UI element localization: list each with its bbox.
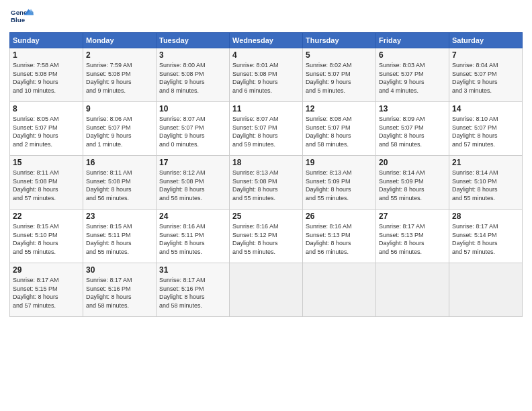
calendar-cell: 4 Sunrise: 8:01 AM Sunset: 5:08 PM Dayli… <box>230 48 303 102</box>
day-header-wednesday: Wednesday <box>230 33 303 48</box>
calendar-cell: 10 Sunrise: 8:07 AM Sunset: 5:07 PM Dayl… <box>157 102 230 156</box>
day-number: 15 <box>13 158 80 167</box>
day-number: 13 <box>379 104 446 113</box>
calendar-cell: 15 Sunrise: 8:11 AM Sunset: 5:08 PM Dayl… <box>10 156 83 210</box>
cell-info: Sunrise: 8:05 AM Sunset: 5:07 PM Dayligh… <box>13 115 80 148</box>
calendar-cell: 27 Sunrise: 8:17 AM Sunset: 5:13 PM Dayl… <box>376 210 449 263</box>
day-number: 17 <box>159 158 226 167</box>
day-number: 29 <box>13 265 80 275</box>
day-number: 16 <box>86 158 153 167</box>
calendar-cell: 22 Sunrise: 8:15 AM Sunset: 5:10 PM Dayl… <box>10 210 83 263</box>
cell-info: Sunrise: 8:06 AM Sunset: 5:07 PM Dayligh… <box>86 115 153 148</box>
week-row-2: 8 Sunrise: 8:05 AM Sunset: 5:07 PM Dayli… <box>10 102 523 156</box>
calendar-cell: 28 Sunrise: 8:17 AM Sunset: 5:14 PM Dayl… <box>449 210 523 263</box>
calendar-cell: 9 Sunrise: 8:06 AM Sunset: 5:07 PM Dayli… <box>83 102 157 156</box>
calendar-cell: 12 Sunrise: 8:08 AM Sunset: 5:07 PM Dayl… <box>303 102 376 156</box>
day-number: 22 <box>13 212 80 221</box>
calendar-cell: 3 Sunrise: 8:00 AM Sunset: 5:08 PM Dayli… <box>157 48 230 102</box>
calendar-cell: 13 Sunrise: 8:09 AM Sunset: 5:07 PM Dayl… <box>376 102 449 156</box>
calendar-cell: 23 Sunrise: 8:15 AM Sunset: 5:11 PM Dayl… <box>83 210 157 263</box>
day-number: 9 <box>86 104 153 113</box>
calendar-cell: 25 Sunrise: 8:16 AM Sunset: 5:12 PM Dayl… <box>230 210 303 263</box>
cell-info: Sunrise: 8:16 AM Sunset: 5:12 PM Dayligh… <box>232 222 300 256</box>
cell-info: Sunrise: 7:59 AM Sunset: 5:08 PM Dayligh… <box>86 61 153 95</box>
cell-info: Sunrise: 8:03 AM Sunset: 5:07 PM Dayligh… <box>379 61 446 95</box>
calendar-cell <box>449 263 523 317</box>
day-header-tuesday: Tuesday <box>157 33 230 48</box>
cell-info: Sunrise: 8:11 AM Sunset: 5:08 PM Dayligh… <box>13 169 80 202</box>
calendar-cell: 6 Sunrise: 8:03 AM Sunset: 5:07 PM Dayli… <box>376 48 449 102</box>
calendar-cell: 30 Sunrise: 8:17 AM Sunset: 5:16 PM Dayl… <box>83 263 157 317</box>
cell-info: Sunrise: 8:09 AM Sunset: 5:07 PM Dayligh… <box>379 115 446 148</box>
cell-info: Sunrise: 8:11 AM Sunset: 5:08 PM Dayligh… <box>86 169 153 202</box>
calendar-cell: 1 Sunrise: 7:58 AM Sunset: 5:08 PM Dayli… <box>10 48 83 102</box>
day-number: 3 <box>159 50 226 60</box>
calendar-cell: 21 Sunrise: 8:14 AM Sunset: 5:10 PM Dayl… <box>449 156 523 210</box>
cell-info: Sunrise: 8:10 AM Sunset: 5:07 PM Dayligh… <box>452 115 519 148</box>
cell-info: Sunrise: 8:04 AM Sunset: 5:07 PM Dayligh… <box>452 61 519 95</box>
calendar-cell: 19 Sunrise: 8:13 AM Sunset: 5:09 PM Dayl… <box>303 156 376 210</box>
calendar-cell: 24 Sunrise: 8:16 AM Sunset: 5:11 PM Dayl… <box>157 210 230 263</box>
day-number: 8 <box>13 104 80 113</box>
calendar-cell <box>303 263 376 317</box>
cell-info: Sunrise: 8:13 AM Sunset: 5:09 PM Dayligh… <box>306 169 373 202</box>
calendar-cell <box>376 263 449 317</box>
calendar-page: General Blue SundayMondayTuesdayWednesda… <box>0 0 532 411</box>
cell-info: Sunrise: 8:07 AM Sunset: 5:07 PM Dayligh… <box>159 115 226 148</box>
cell-info: Sunrise: 8:07 AM Sunset: 5:07 PM Dayligh… <box>232 115 300 148</box>
week-row-1: 1 Sunrise: 7:58 AM Sunset: 5:08 PM Dayli… <box>10 48 523 102</box>
calendar-cell: 26 Sunrise: 8:16 AM Sunset: 5:13 PM Dayl… <box>303 210 376 263</box>
cell-info: Sunrise: 8:16 AM Sunset: 5:13 PM Dayligh… <box>306 222 373 256</box>
day-number: 24 <box>159 212 226 221</box>
calendar-table: SundayMondayTuesdayWednesdayThursdayFrid… <box>9 32 523 317</box>
cell-info: Sunrise: 8:14 AM Sunset: 5:10 PM Dayligh… <box>452 169 519 202</box>
calendar-cell: 29 Sunrise: 8:17 AM Sunset: 5:15 PM Dayl… <box>10 263 83 317</box>
day-number: 4 <box>232 50 300 60</box>
cell-info: Sunrise: 8:17 AM Sunset: 5:14 PM Dayligh… <box>452 222 519 256</box>
day-header-sunday: Sunday <box>10 33 83 48</box>
day-number: 12 <box>306 104 373 113</box>
day-header-saturday: Saturday <box>449 33 523 48</box>
cell-info: Sunrise: 7:58 AM Sunset: 5:08 PM Dayligh… <box>13 61 80 95</box>
day-header-monday: Monday <box>83 33 157 48</box>
week-row-3: 15 Sunrise: 8:11 AM Sunset: 5:08 PM Dayl… <box>10 156 523 210</box>
svg-text:Blue: Blue <box>11 16 26 24</box>
week-row-5: 29 Sunrise: 8:17 AM Sunset: 5:15 PM Dayl… <box>10 263 523 317</box>
day-number: 19 <box>306 158 373 167</box>
day-number: 31 <box>159 265 226 275</box>
calendar-cell: 31 Sunrise: 8:17 AM Sunset: 5:16 PM Dayl… <box>157 263 230 317</box>
cell-info: Sunrise: 8:15 AM Sunset: 5:11 PM Dayligh… <box>86 222 153 256</box>
cell-info: Sunrise: 8:15 AM Sunset: 5:10 PM Dayligh… <box>13 222 80 256</box>
cell-info: Sunrise: 8:13 AM Sunset: 5:08 PM Dayligh… <box>232 169 300 202</box>
day-number: 7 <box>452 50 519 60</box>
day-header-thursday: Thursday <box>303 33 376 48</box>
day-number: 25 <box>232 212 300 221</box>
cell-info: Sunrise: 8:17 AM Sunset: 5:13 PM Dayligh… <box>379 222 446 256</box>
logo-icon: General Blue <box>9 7 34 27</box>
cell-info: Sunrise: 8:02 AM Sunset: 5:07 PM Dayligh… <box>306 61 373 95</box>
day-number: 11 <box>232 104 300 113</box>
calendar-cell: 7 Sunrise: 8:04 AM Sunset: 5:07 PM Dayli… <box>449 48 523 102</box>
cell-info: Sunrise: 8:12 AM Sunset: 5:08 PM Dayligh… <box>159 169 226 202</box>
calendar-cell: 8 Sunrise: 8:05 AM Sunset: 5:07 PM Dayli… <box>10 102 83 156</box>
cell-info: Sunrise: 8:08 AM Sunset: 5:07 PM Dayligh… <box>306 115 373 148</box>
day-number: 1 <box>13 50 80 60</box>
day-number: 10 <box>159 104 226 113</box>
day-number: 6 <box>379 50 446 60</box>
day-number: 20 <box>379 158 446 167</box>
day-number: 27 <box>379 212 446 221</box>
day-number: 26 <box>306 212 373 221</box>
day-number: 23 <box>86 212 153 221</box>
calendar-cell: 14 Sunrise: 8:10 AM Sunset: 5:07 PM Dayl… <box>449 102 523 156</box>
calendar-cell: 16 Sunrise: 8:11 AM Sunset: 5:08 PM Dayl… <box>83 156 157 210</box>
cell-info: Sunrise: 8:17 AM Sunset: 5:15 PM Dayligh… <box>13 276 80 310</box>
day-number: 21 <box>452 158 519 167</box>
week-row-4: 22 Sunrise: 8:15 AM Sunset: 5:10 PM Dayl… <box>10 210 523 263</box>
calendar-cell <box>230 263 303 317</box>
calendar-cell: 5 Sunrise: 8:02 AM Sunset: 5:07 PM Dayli… <box>303 48 376 102</box>
calendar-cell: 11 Sunrise: 8:07 AM Sunset: 5:07 PM Dayl… <box>230 102 303 156</box>
calendar-cell: 2 Sunrise: 7:59 AM Sunset: 5:08 PM Dayli… <box>83 48 157 102</box>
day-number: 18 <box>232 158 300 167</box>
day-number: 30 <box>86 265 153 275</box>
day-number: 5 <box>306 50 373 60</box>
